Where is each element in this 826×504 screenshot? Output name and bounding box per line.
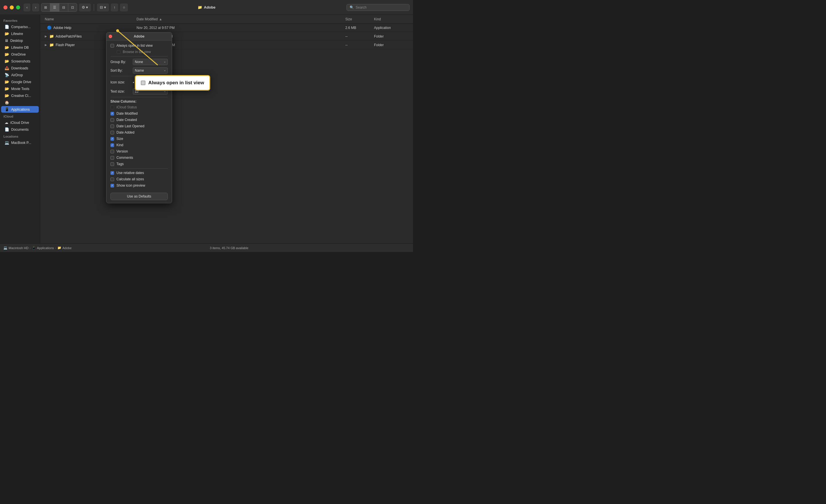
col-size-label: Size	[116, 137, 123, 141]
minimize-button[interactable]	[10, 5, 14, 9]
col-icloud-status-checkbox[interactable]	[110, 106, 114, 109]
col-date-modified-checkbox[interactable]	[110, 112, 114, 116]
onedrive-icon: 📂	[5, 52, 9, 57]
view-list-button[interactable]: ☰	[50, 3, 59, 11]
always-open-checkbox[interactable]	[110, 44, 114, 48]
file-name: Adobe Help	[53, 26, 71, 30]
share-button[interactable]: ↑	[111, 3, 118, 11]
sidebar-item-onedrive[interactable]: 📂 OneDrive	[1, 51, 39, 58]
search-placeholder: Search	[356, 5, 366, 9]
close-button[interactable]	[3, 5, 7, 9]
col-header-date-modified[interactable]: Date Modified ▲	[136, 17, 345, 21]
col-date-last-opened-checkbox[interactable]	[110, 124, 114, 128]
use-relative-dates-row: Use relative dates	[110, 171, 168, 175]
sort-by-select-wrap: Name Date Modified Date Created Size Kin…	[133, 67, 168, 74]
col-version-checkbox[interactable]	[110, 150, 114, 153]
browse-list-view-checkbox[interactable]	[117, 50, 120, 54]
col-comments-checkbox[interactable]	[110, 156, 114, 160]
show-icon-preview-checkbox[interactable]	[110, 184, 114, 188]
sidebar-item-label: Screenshots	[11, 59, 31, 63]
tag-button[interactable]: ○	[120, 3, 128, 11]
sidebar-item-google-drive[interactable]: 📂 Google Drive	[1, 78, 39, 85]
breadcrumb-applications[interactable]: Applications	[37, 246, 54, 250]
table-row[interactable]: 🔵 Adobe Help Nov 20, 2012 at 9:57 PM 2.6…	[40, 23, 413, 32]
use-as-defaults-button[interactable]: Use as Defaults	[110, 193, 168, 200]
view-options-popup: Adobe Always open in list view Browse in…	[106, 32, 172, 203]
col-size-checkbox[interactable]	[110, 137, 114, 141]
col-kind-row: Kind	[110, 143, 168, 147]
col-header-size[interactable]: Size	[345, 17, 374, 21]
file-size-cell: --	[345, 35, 374, 39]
sidebar-item-documents[interactable]: 📄 Documents	[1, 126, 39, 133]
col-date-added-checkbox[interactable]	[110, 131, 114, 134]
sidebar-item-label: MacBook P...	[11, 141, 31, 145]
breadcrumb-sep-2: ›	[55, 246, 56, 250]
creative-cl-icon: 📂	[5, 93, 9, 98]
view-icon-button[interactable]: ⊞	[41, 3, 50, 11]
sort-by-select[interactable]: Name Date Modified Date Created Size Kin…	[133, 67, 168, 74]
toolbar-divider	[94, 4, 94, 11]
sidebar-item-movie-tools[interactable]: 📂 Movie Tools	[1, 85, 39, 92]
group-by-select[interactable]: None Name Date Modified Date Created Siz…	[133, 59, 168, 65]
sidebar-item-compariso[interactable]: 📄 Compariso...	[1, 23, 39, 30]
col-date-added-row: Date Added	[110, 130, 168, 134]
columns-button[interactable]: ⊟ ▾	[97, 3, 109, 11]
popup-close-button[interactable]	[109, 35, 112, 38]
sidebar-item-label: Desktop	[10, 39, 23, 43]
group-by-select-wrap: None Name Date Modified Date Created Siz…	[133, 59, 168, 65]
sidebar-item-creative-cl[interactable]: 📂 Creative Cl...	[1, 92, 39, 99]
sidebar-item-label: Lifewire	[11, 32, 23, 36]
sidebar-item-home[interactable]: 🏠	[1, 99, 39, 106]
main-content: Favorites 📄 Compariso... 📂 Lifewire 🖥 De…	[0, 15, 413, 243]
sidebar-item-lifewire[interactable]: 📂 Lifewire	[1, 30, 39, 37]
view-column-button[interactable]: ⊟	[59, 3, 68, 11]
downloads-icon: 📥	[5, 66, 9, 70]
sidebar-item-macbook[interactable]: 💻 MacBook P...	[1, 139, 39, 146]
breadcrumb-adobe[interactable]: Adobe	[63, 246, 72, 250]
google-drive-icon: 📂	[5, 80, 9, 84]
table-row[interactable]: ▶ 📁 AdobePatchFiles Jul 3, 2015 at 11:44…	[40, 32, 413, 41]
col-header-name[interactable]: Name	[45, 17, 136, 21]
popup-body: Always open in list view Browse in list …	[106, 41, 172, 203]
col-kind-checkbox[interactable]	[110, 143, 114, 147]
sidebar-item-label: Compariso...	[11, 25, 31, 29]
sidebar-item-icloud-drive[interactable]: ☁ iCloud Drive	[1, 119, 39, 126]
forward-button[interactable]: ›	[32, 3, 39, 11]
calculate-all-sizes-checkbox[interactable]	[110, 178, 114, 181]
view-gallery-button[interactable]: ⊡	[68, 3, 77, 11]
action-button[interactable]: ⚙ ▾	[79, 3, 91, 11]
file-name-cell: 🔵 Adobe Help	[45, 25, 136, 30]
sidebar-item-desktop[interactable]: 🖥 Desktop	[1, 37, 39, 44]
documents-icon: 📄	[5, 127, 9, 132]
sidebar-item-label: iCloud Drive	[10, 121, 29, 125]
sidebar-item-applications[interactable]: 📱 Applications	[1, 106, 39, 113]
annotation-text: Always open in list view	[148, 80, 204, 86]
popup-title-bar: Adobe	[106, 33, 172, 41]
use-relative-dates-checkbox[interactable]	[110, 171, 114, 175]
movie-tools-icon: 📂	[5, 86, 9, 91]
col-header-kind[interactable]: Kind	[374, 17, 408, 21]
search-box[interactable]: 🔍 Search	[347, 4, 410, 11]
sidebar-item-airdrop[interactable]: 📡 AirDrop	[1, 72, 39, 78]
col-comments-label: Comments	[116, 156, 133, 160]
sidebar-item-lifewire-db[interactable]: 📂 Lifewire DB	[1, 44, 39, 51]
col-tags-checkbox[interactable]	[110, 162, 114, 166]
col-date-created-checkbox[interactable]	[110, 118, 114, 122]
sidebar-item-label: Downloads	[11, 66, 28, 70]
breadcrumb-icon-applications: 📱	[32, 246, 36, 250]
back-button[interactable]: ‹	[23, 3, 31, 11]
table-row[interactable]: ▶ 📁 Flash Player May 30, 2012 at 6:12 PM…	[40, 41, 413, 49]
maximize-button[interactable]	[16, 5, 20, 9]
breadcrumb-macintosh[interactable]: Macintosh HD	[9, 246, 28, 250]
col-tags-label: Tags	[116, 162, 124, 166]
file-size-cell: --	[345, 43, 374, 47]
desktop-icon: 🖥	[5, 39, 8, 43]
sidebar-item-screenshots[interactable]: 📂 Screenshots	[1, 58, 39, 64]
annotation-bubble: Always open in list view	[135, 75, 210, 90]
text-size-label: Text size:	[110, 89, 130, 93]
sidebar-item-label: Creative Cl...	[11, 94, 31, 98]
col-version-label: Version	[116, 149, 128, 153]
use-relative-dates-label: Use relative dates	[116, 171, 144, 175]
sidebar-item-downloads[interactable]: 📥 Downloads	[1, 65, 39, 71]
sidebar-section-favorites: Favorites	[0, 17, 40, 23]
